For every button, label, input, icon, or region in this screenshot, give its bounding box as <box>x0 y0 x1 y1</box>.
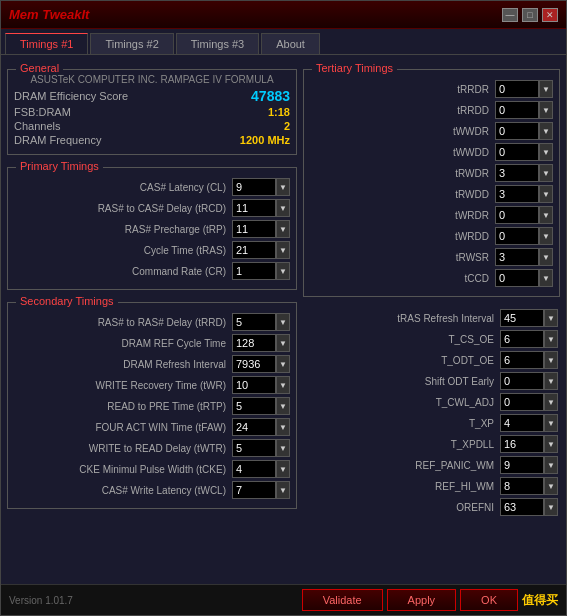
tccd-input[interactable] <box>495 269 539 287</box>
twrdd-row: tWRDD ▼ <box>310 227 553 245</box>
tras-down[interactable]: ▼ <box>276 241 290 259</box>
todt-oe-down[interactable]: ▼ <box>544 351 558 369</box>
secondary-title: Secondary Timings <box>16 295 118 307</box>
tertiary-timings-group: Tertiary Timings tRRDR ▼ tRRDD <box>303 69 560 297</box>
twwdr-input[interactable] <box>495 122 539 140</box>
trtp-down[interactable]: ▼ <box>276 397 290 415</box>
twcl-down[interactable]: ▼ <box>276 481 290 499</box>
dram-efficiency-value: 47883 <box>230 88 290 104</box>
tras-input[interactable] <box>232 241 276 259</box>
twr-down[interactable]: ▼ <box>276 376 290 394</box>
todt-oe-input[interactable] <box>500 351 544 369</box>
maximize-button[interactable]: □ <box>522 8 538 22</box>
tcke-input[interactable] <box>232 460 276 478</box>
txpdll-input[interactable] <box>500 435 544 453</box>
twrdd-input[interactable] <box>495 227 539 245</box>
cr-input[interactable] <box>232 262 276 280</box>
ref-panic-wm-input[interactable] <box>500 456 544 474</box>
refresh-interval-down[interactable]: ▼ <box>276 355 290 373</box>
ref-hi-wm-spinbox: ▼ <box>500 477 558 495</box>
tras-refresh-input[interactable] <box>500 309 544 327</box>
twtr-down[interactable]: ▼ <box>276 439 290 457</box>
cas-latency-label: CAS# Latency (CL) <box>14 182 232 193</box>
channels-value: 2 <box>230 120 290 132</box>
trtp-input[interactable] <box>232 397 276 415</box>
footer-buttons: Validate Apply OK 值得买 <box>302 589 558 611</box>
minimize-button[interactable]: — <box>502 8 518 22</box>
shift-odt-input[interactable] <box>500 372 544 390</box>
trwsr-down[interactable]: ▼ <box>539 248 553 266</box>
trrdr-row: tRRDR ▼ <box>310 80 553 98</box>
cr-down[interactable]: ▼ <box>276 262 290 280</box>
twwdr-down[interactable]: ▼ <box>539 122 553 140</box>
twrdr-down[interactable]: ▼ <box>539 206 553 224</box>
refresh-interval-input[interactable] <box>232 355 276 373</box>
trrdd-down[interactable]: ▼ <box>539 101 553 119</box>
twwdd-input[interactable] <box>495 143 539 161</box>
txp-input[interactable] <box>500 414 544 432</box>
trcd-input[interactable] <box>232 199 276 217</box>
cas-latency-input[interactable] <box>232 178 276 196</box>
ref-hi-wm-input[interactable] <box>500 477 544 495</box>
trcd-down[interactable]: ▼ <box>276 199 290 217</box>
tcs-oe-input[interactable] <box>500 330 544 348</box>
txp-down[interactable]: ▼ <box>544 414 558 432</box>
primary-timings-group: Primary Timings CAS# Latency (CL) ▼ <box>7 167 297 290</box>
ref-hi-wm-down[interactable]: ▼ <box>544 477 558 495</box>
trrdr-input[interactable] <box>495 80 539 98</box>
twrdr-input[interactable] <box>495 206 539 224</box>
tcwl-adj-down[interactable]: ▼ <box>544 393 558 411</box>
tab-timings2[interactable]: Timings #2 <box>90 33 173 54</box>
twtr-input[interactable] <box>232 439 276 457</box>
tccd-down[interactable]: ▼ <box>539 269 553 287</box>
secondary-timings-group: Secondary Timings RAS# to RAS# Delay (tR… <box>7 302 297 509</box>
orefni-spinbox: ▼ <box>500 498 558 516</box>
trp-down[interactable]: ▼ <box>276 220 290 238</box>
tcwl-adj-input[interactable] <box>500 393 544 411</box>
trwsr-input[interactable] <box>495 248 539 266</box>
trp-input[interactable] <box>232 220 276 238</box>
trwdd-down[interactable]: ▼ <box>539 185 553 203</box>
tab-timings3[interactable]: Timings #3 <box>176 33 259 54</box>
validate-button[interactable]: Validate <box>302 589 383 611</box>
tcke-down[interactable]: ▼ <box>276 460 290 478</box>
trrdr-down[interactable]: ▼ <box>539 80 553 98</box>
trrd-down[interactable]: ▼ <box>276 313 290 331</box>
close-button[interactable]: ✕ <box>542 8 558 22</box>
orefni-down[interactable]: ▼ <box>544 498 558 516</box>
orefni-label: OREFNI <box>305 502 500 513</box>
ref-cycle-input[interactable] <box>232 334 276 352</box>
cas-latency-down[interactable]: ▼ <box>276 178 290 196</box>
twcl-input[interactable] <box>232 481 276 499</box>
twtr-label: WRITE to READ Delay (tWTR) <box>14 443 232 454</box>
shift-odt-down[interactable]: ▼ <box>544 372 558 390</box>
trwdr-input[interactable] <box>495 164 539 182</box>
tfaw-input[interactable] <box>232 418 276 436</box>
main-window: Mem TweakIt — □ ✕ Timings #1 Timings #2 … <box>0 0 567 616</box>
orefni-row: OREFNI ▼ <box>305 498 558 516</box>
tcke-row: CKE Minimul Pulse Width (tCKE) ▼ <box>14 460 290 478</box>
apply-button[interactable]: Apply <box>387 589 457 611</box>
general-title: General <box>16 62 63 74</box>
txpdll-down[interactable]: ▼ <box>544 435 558 453</box>
ref-cycle-down[interactable]: ▼ <box>276 334 290 352</box>
twcl-label: CAS# Write Latency (tWCL) <box>14 485 232 496</box>
twrdd-down[interactable]: ▼ <box>539 227 553 245</box>
orefni-input[interactable] <box>500 498 544 516</box>
tab-about[interactable]: About <box>261 33 320 54</box>
ref-panic-wm-down[interactable]: ▼ <box>544 456 558 474</box>
twr-input[interactable] <box>232 376 276 394</box>
trwdd-input[interactable] <box>495 185 539 203</box>
cas-latency-spinbox: ▼ <box>232 178 290 196</box>
left-panel: General ASUSTeK COMPUTER INC. RAMPAGE IV… <box>7 61 297 578</box>
ok-button[interactable]: OK <box>460 589 518 611</box>
twwdd-down[interactable]: ▼ <box>539 143 553 161</box>
tab-timings1[interactable]: Timings #1 <box>5 33 88 54</box>
tras-refresh-down[interactable]: ▼ <box>544 309 558 327</box>
refresh-interval-label: DRAM Refresh Interval <box>14 359 232 370</box>
trwdr-down[interactable]: ▼ <box>539 164 553 182</box>
trrd-input[interactable] <box>232 313 276 331</box>
tfaw-down[interactable]: ▼ <box>276 418 290 436</box>
trrdd-input[interactable] <box>495 101 539 119</box>
tcs-oe-down[interactable]: ▼ <box>544 330 558 348</box>
